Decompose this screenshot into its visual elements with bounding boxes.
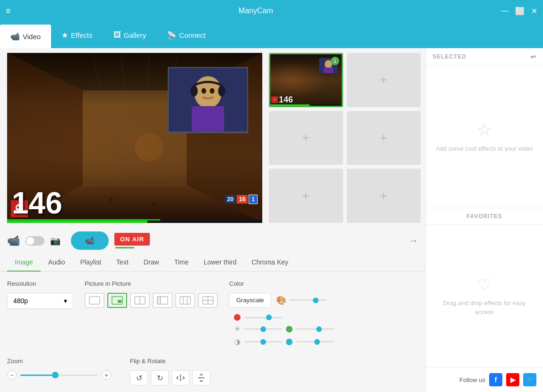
slot-hud: ⚐ 146 [271,95,342,105]
svg-point-18 [218,85,225,96]
slot-health-fill [270,104,310,106]
tab-connect[interactable]: 📡 Connect [156,22,216,48]
subtab-text[interactable]: Text [109,254,136,272]
photo-icon[interactable]: 📷 [50,236,60,246]
minimize-button[interactable]: — [501,7,509,16]
subtab-audio[interactable]: Audio [41,254,73,272]
tab-effects[interactable]: ★ Effects [51,22,103,48]
zoom-minus[interactable]: − [7,370,17,380]
pip-opt-grid[interactable] [198,293,218,308]
follow-bar: Follow us f ▶ 🐦 [426,367,543,392]
svg-point-17 [190,85,198,96]
rgb-thumb[interactable] [313,298,319,303]
filter-icon[interactable]: ⇌ [530,53,536,60]
contrast-slider[interactable] [244,341,282,342]
favorites-section: ♡ Drag and drop effects for easy access [426,225,543,367]
slot-2[interactable]: + [347,53,421,107]
subtab-image[interactable]: Image [7,254,41,272]
nav-tabs: 📹 Video ★ Effects 🖼 Gallery 📡 Connect [0,22,543,48]
pip-options [85,293,218,308]
flip-h-button[interactable] [172,370,190,385]
main-video: 146 20 16 1 [7,53,262,223]
menu-icon[interactable]: ≡ [6,6,11,16]
grayscale-button[interactable]: Grayscale [229,293,271,307]
video-hud: 146 20 16 1 [7,188,262,218]
slot-6[interactable]: + [347,169,421,223]
rgb-row: 🎨 [276,295,327,306]
svg-rect-16 [192,106,224,132]
score-cell-2: 16 [237,195,248,204]
add-slot-4-icon: + [380,131,388,145]
health-bar-fill [7,221,147,223]
pip-avatar [169,67,247,132]
slot-5[interactable]: + [269,169,343,223]
color-slider-rgb[interactable] [289,299,327,301]
pip-grid-icon [202,296,214,305]
pip-opt-split-v[interactable] [130,293,150,308]
resolution-select[interactable]: 480p ▾ [7,293,73,309]
zoom-thumb[interactable] [52,372,59,378]
blue-slider[interactable] [296,341,334,342]
pip-active-icon [112,296,123,305]
red-thumb[interactable] [266,315,272,320]
toggle-switch[interactable] [26,236,44,246]
subtab-time[interactable]: Time [166,254,196,272]
zoom-track[interactable] [20,375,98,376]
red-slider[interactable] [244,317,282,318]
slot-4[interactable]: + [347,111,421,165]
svg-rect-36 [180,297,190,304]
video-icon: 📹 [10,32,20,41]
right-panel: SELECTED ⇌ ☆ Add some cool effects to yo… [425,48,543,392]
selected-empty-text: Add some cool effects to your video [436,145,533,153]
color-wheel-icon: 🎨 [276,295,286,306]
tab-video[interactable]: 📹 Video [0,25,51,48]
green-thumb[interactable] [316,326,322,332]
flip-v-button[interactable] [192,370,210,385]
brightness-icon: ☀ [234,324,241,333]
subtab-chroma-key[interactable]: Chroma Key [244,254,296,272]
green-slider[interactable] [296,328,334,330]
green-dot [286,326,293,332]
svg-point-20 [210,88,215,94]
subtab-draw[interactable]: Draw [136,254,167,272]
on-air-bar [115,247,134,248]
video-area: 146 20 16 1 [0,48,425,228]
flip-v-icon [197,374,206,382]
pip-opt-split-h-wide[interactable] [153,293,172,308]
rotate-left-button[interactable]: ↺ [130,370,148,385]
svg-rect-35 [157,297,161,304]
svg-rect-29 [89,297,100,304]
slot-3[interactable]: + [269,111,343,165]
subtab-lower-third[interactable]: Lower third [196,254,244,272]
controls-bar: 📹 📷 📹 ON AIR → [0,228,425,254]
maximize-button[interactable]: ⬜ [515,7,525,16]
blue-thumb[interactable] [314,339,320,345]
resolution-chevron: ▾ [64,297,67,305]
bottom-bar [7,221,262,223]
pip-opt-single[interactable] [85,293,104,308]
zoom-slider-row: − + [7,370,111,380]
camera-icon[interactable]: 📹 [7,235,20,247]
slot-number: 146 [279,95,293,105]
close-button[interactable]: ✕ [531,7,537,16]
twitter-button[interactable]: 🐦 [523,373,536,386]
record-button[interactable]: 📹 [71,231,109,250]
contrast-thumb[interactable] [260,339,266,345]
pip-single-icon [89,296,100,305]
brightness-thumb[interactable] [260,326,266,332]
slot-1[interactable]: ⚐ 146 1 [269,53,343,107]
zoom-plus[interactable]: + [102,370,111,380]
rotate-right-button[interactable]: ↻ [151,370,169,385]
pip-opt-split-3[interactable] [175,293,195,308]
arrow-icon[interactable]: → [409,235,418,246]
pip-opt-pip[interactable] [107,293,127,308]
brightness-slider[interactable] [244,328,282,330]
color-row-red [234,314,334,321]
tab-gallery[interactable]: 🖼 Gallery [103,22,157,48]
subtab-playlist[interactable]: Playlist [73,254,109,272]
add-slot-2-icon: + [380,73,388,86]
facebook-button[interactable]: f [489,373,502,386]
on-air-badge: ON AIR [114,233,150,246]
youtube-button[interactable]: ▶ [506,373,519,386]
favorites-title: FAVORITES [426,208,543,225]
